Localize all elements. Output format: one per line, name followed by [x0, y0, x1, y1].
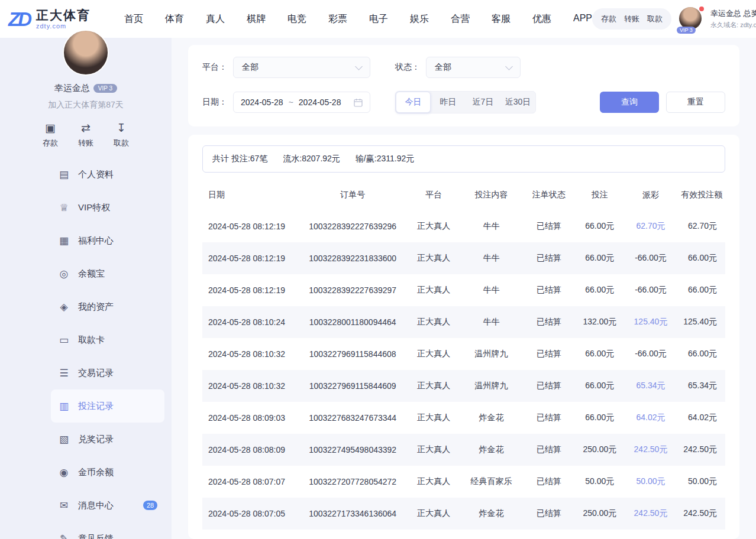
- cell-bet-content: 炸金花: [461, 434, 522, 466]
- cell-payout: -66.00元: [623, 242, 679, 274]
- sidebar-item[interactable]: ▥ 投注记录: [51, 389, 164, 423]
- sidebar-item[interactable]: ▦ 福利中心: [51, 224, 164, 257]
- sidebar-item-label: VIP特权: [78, 202, 110, 213]
- sidebar-item-label: 取款卡: [78, 335, 105, 346]
- permanent-domain-note: 永久域名: zdty.c: [710, 21, 756, 30]
- nav-item[interactable]: 体育: [165, 13, 184, 25]
- column-header: 平台: [406, 180, 461, 210]
- date-range-button[interactable]: 今日: [396, 92, 431, 113]
- status-select[interactable]: 全部: [426, 57, 521, 78]
- search-button[interactable]: 查询: [600, 92, 659, 113]
- sidebar-item[interactable]: ✎ 意见反馈: [51, 522, 164, 539]
- wallet-shortcut[interactable]: ⇄ 转账: [78, 122, 93, 148]
- date-end-value: 2024-05-28: [299, 98, 341, 107]
- nav-item[interactable]: 真人: [206, 13, 225, 25]
- quick-action[interactable]: 取款: [647, 14, 663, 24]
- cell-valid-bet: 65.34元: [678, 370, 725, 402]
- gift-icon: ▦: [58, 235, 70, 247]
- nav-item[interactable]: 客服: [492, 13, 511, 25]
- main-nav: 首页体育真人棋牌电竞彩票电子娱乐合营客服优惠APP: [124, 13, 592, 25]
- cell-status: 已结算: [521, 498, 576, 530]
- date-label: 日期：: [202, 97, 227, 108]
- cell-bet-amount: 66.00元: [576, 338, 623, 370]
- column-header: 投注内容: [461, 180, 522, 210]
- cell-bet-amount: 250.00元: [576, 498, 623, 530]
- nav-item[interactable]: 首页: [124, 13, 143, 25]
- quick-action[interactable]: 转账: [624, 14, 639, 24]
- cell-bet-amount: 132.00元: [576, 306, 623, 338]
- nav-item[interactable]: 电子: [369, 13, 388, 25]
- brand-logo[interactable]: ZD 正大体育 zdty.com: [8, 8, 110, 30]
- transfer-icon: ⇄: [81, 122, 91, 134]
- wallet-shortcut[interactable]: ▣ 存款: [43, 122, 58, 148]
- cell-bet-content: 经典百家乐: [461, 466, 522, 498]
- platform-select[interactable]: 全部: [233, 57, 370, 78]
- sidebar-item-label: 福利中心: [78, 235, 114, 246]
- nav-item[interactable]: 棋牌: [247, 13, 266, 25]
- sidebar-menu: ▤ 个人资料 ♕ VIP特权 ▦ 福利中心 ◎ 余额宝 ◈ 我的资产 ▭: [51, 158, 172, 539]
- cell-platform: 正大真人: [406, 242, 461, 274]
- date-range-input[interactable]: 2024-05-28 ~ 2024-05-28: [233, 92, 370, 113]
- sidebar-item-label: 意见反馈: [78, 533, 114, 539]
- nav-item[interactable]: 娱乐: [410, 13, 429, 25]
- cell-status: 已结算: [521, 402, 576, 434]
- cell-valid-bet: 242.50元: [678, 434, 725, 466]
- withdraw-icon: ↧: [117, 122, 126, 134]
- cell-date: 2024-05-28 08:07:05: [202, 498, 299, 530]
- nav-item[interactable]: 电竞: [287, 13, 306, 25]
- table-row: 2024-05-28 08:12:19 1003228392231833600 …: [202, 242, 725, 274]
- quick-action[interactable]: 存款: [601, 14, 616, 24]
- cell-platform: 正大真人: [406, 306, 461, 338]
- platform-select-value: 全部: [242, 62, 259, 73]
- profile-username: 幸运金总: [54, 83, 90, 94]
- cell-order-number: 1003227207728054272: [299, 466, 406, 498]
- wallet-shortcut[interactable]: ↧ 取款: [114, 122, 129, 148]
- date-range-button[interactable]: 近7日: [466, 92, 500, 113]
- nav-item[interactable]: 彩票: [328, 13, 347, 25]
- sidebar-item[interactable]: ☰ 交易记录: [51, 356, 164, 389]
- cell-date: 2024-05-28 08:10:32: [202, 338, 299, 370]
- column-header: 投注: [576, 180, 623, 210]
- column-header: 订单号: [299, 180, 406, 210]
- sidebar-item[interactable]: ♕ VIP特权: [51, 191, 164, 224]
- chevron-down-icon: [355, 63, 363, 70]
- sidebar-item[interactable]: ◎ 余额宝: [51, 257, 164, 290]
- sidebar-item-label: 兑奖记录: [78, 434, 114, 445]
- cell-payout: 62.70元: [623, 210, 679, 242]
- sidebar-item[interactable]: ▧ 兑奖记录: [51, 423, 164, 456]
- sidebar-item[interactable]: ✉ 消息中心 28: [51, 489, 164, 522]
- nav-item[interactable]: 优惠: [532, 13, 551, 25]
- sidebar-item[interactable]: ◈ 我的资产: [51, 290, 164, 323]
- profile-block: 幸运金总 VIP 3 加入正大体育第87天 ▣ 存款 ⇄ 转账 ↧ 取款: [0, 30, 172, 148]
- reset-button[interactable]: 重置: [666, 92, 725, 113]
- sidebar-item[interactable]: ▭ 取款卡: [51, 323, 164, 356]
- cell-bet-content: 牛牛: [461, 306, 522, 338]
- sidebar-item[interactable]: ▤ 个人资料: [51, 158, 164, 191]
- table-row: 2024-05-28 08:12:19 1003228392227639297 …: [202, 274, 725, 306]
- transaction-list-icon: ☰: [58, 367, 70, 379]
- cell-bet-amount: 66.00元: [576, 210, 623, 242]
- date-range-button[interactable]: 近30日: [500, 92, 535, 113]
- topbar-avatar-wrap: VIP 3: [679, 7, 703, 31]
- records-panel: 共计 投注:67笔 流水:8207.92元 输/赢:2311.92元 日期订单号…: [188, 135, 739, 539]
- date-range-button[interactable]: 昨日: [431, 92, 466, 113]
- cell-platform: 正大真人: [406, 210, 461, 242]
- status-select-value: 全部: [435, 62, 451, 73]
- cell-order-number: 1003228001180094464: [299, 306, 406, 338]
- cell-platform: 正大真人: [406, 434, 461, 466]
- nav-item[interactable]: 合营: [451, 13, 470, 25]
- cell-order-number: 1003227495498043392: [299, 434, 406, 466]
- cell-valid-bet: 62.70元: [678, 210, 725, 242]
- nav-item[interactable]: APP: [573, 13, 592, 25]
- table-row: 2024-05-28 08:08:09 1003227495498043392 …: [202, 434, 725, 466]
- brand-text: 正大体育 zdty.com: [36, 8, 91, 30]
- topbar-username-suffix: 总奖: [744, 9, 756, 18]
- cell-order-number: 1003227173346136064: [299, 498, 406, 530]
- cell-payout: 65.34元: [623, 370, 679, 402]
- prize-record-icon: ▧: [58, 433, 70, 446]
- gold-coin-icon: ◉: [58, 466, 70, 479]
- sidebar-item[interactable]: ◉ 金币余额: [51, 456, 164, 489]
- cell-date: 2024-05-28 08:12:19: [202, 210, 299, 242]
- cell-valid-bet: 66.00元: [678, 274, 725, 306]
- cell-bet-content: 炸金花: [461, 402, 522, 434]
